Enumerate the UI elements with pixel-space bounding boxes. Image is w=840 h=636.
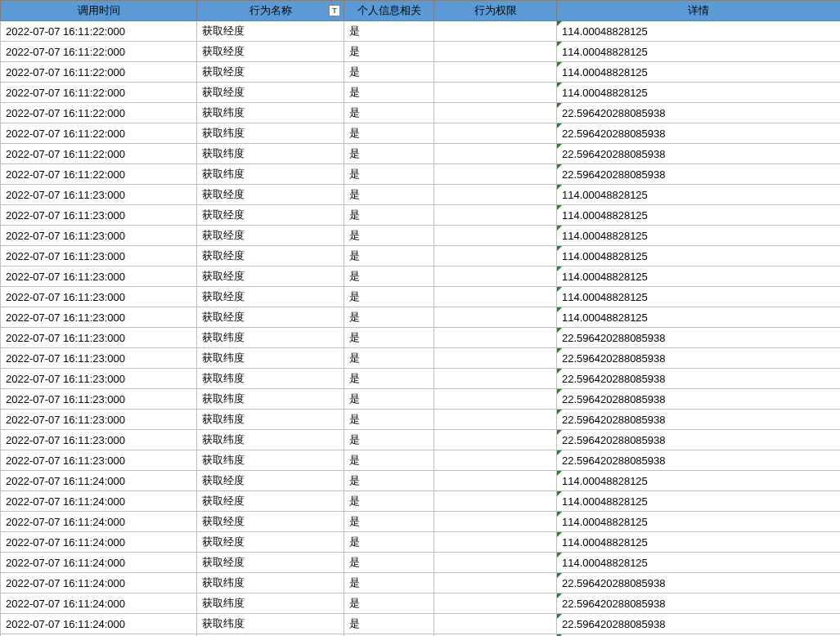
cell-time[interactable]: 2022-07-07 16:11:24:000: [1, 491, 197, 512]
cell-time[interactable]: 2022-07-07 16:11:23:000: [1, 348, 197, 369]
table-row[interactable]: 2022-07-07 16:11:24:000获取经度是114.00048828…: [1, 491, 841, 512]
cell-perm[interactable]: [434, 593, 557, 614]
cell-personal[interactable]: 是: [344, 21, 434, 42]
cell-perm[interactable]: [434, 266, 557, 287]
cell-perm[interactable]: [434, 144, 557, 164]
cell-action[interactable]: 获取经度: [197, 491, 344, 512]
cell-detail[interactable]: 114.00048828125: [557, 471, 841, 491]
cell-action[interactable]: 获取纬度: [197, 450, 344, 471]
table-row[interactable]: 2022-07-07 16:11:23:000获取经度是114.00048828…: [1, 246, 841, 266]
cell-action[interactable]: 获取经度: [197, 532, 344, 553]
cell-personal[interactable]: 是: [344, 62, 434, 83]
cell-personal[interactable]: 是: [344, 553, 434, 573]
cell-time[interactable]: 2022-07-07 16:11:23:000: [1, 430, 197, 450]
cell-perm[interactable]: [434, 450, 557, 471]
cell-action[interactable]: 获取经度: [197, 553, 344, 573]
table-row[interactable]: 2022-07-07 16:11:23:000获取经度是114.00048828…: [1, 287, 841, 307]
cell-action[interactable]: 获取纬度: [197, 389, 344, 410]
cell-personal[interactable]: 是: [344, 491, 434, 512]
cell-perm[interactable]: [434, 83, 557, 103]
cell-perm[interactable]: [434, 532, 557, 553]
cell-time[interactable]: 2022-07-07 16:11:22:000: [1, 123, 197, 144]
column-header[interactable]: 行为权限: [434, 1, 557, 21]
cell-perm[interactable]: [434, 348, 557, 369]
cell-time[interactable]: 2022-07-07 16:11:24:000: [1, 532, 197, 553]
cell-personal[interactable]: 是: [344, 42, 434, 62]
cell-time[interactable]: 2022-07-07 16:11:23:000: [1, 369, 197, 389]
table-row[interactable]: 2022-07-07 16:11:22:000获取纬度是22.596420288…: [1, 164, 841, 185]
cell-time[interactable]: 2022-07-07 16:11:22:000: [1, 62, 197, 83]
cell-time[interactable]: 2022-07-07 16:11:22:000: [1, 21, 197, 42]
cell-time[interactable]: 2022-07-07 16:11:24:000: [1, 553, 197, 573]
cell-detail[interactable]: 22.596420288085938: [557, 573, 841, 593]
table-row[interactable]: 2022-07-07 16:11:23:000获取纬度是22.596420288…: [1, 348, 841, 369]
cell-detail[interactable]: 114.00048828125: [557, 532, 841, 553]
cell-perm[interactable]: [434, 471, 557, 491]
cell-perm[interactable]: [434, 491, 557, 512]
cell-perm[interactable]: [434, 410, 557, 430]
cell-personal[interactable]: 是: [344, 246, 434, 266]
cell-perm[interactable]: [434, 123, 557, 144]
cell-personal[interactable]: 是: [344, 348, 434, 369]
cell-detail[interactable]: 114.00048828125: [557, 205, 841, 226]
column-header[interactable]: 个人信息相关: [344, 1, 434, 21]
cell-detail[interactable]: 114.00048828125: [557, 287, 841, 307]
cell-action[interactable]: 获取经度: [197, 185, 344, 205]
cell-action[interactable]: 获取经度: [197, 83, 344, 103]
cell-personal[interactable]: 是: [344, 410, 434, 430]
cell-perm[interactable]: [434, 287, 557, 307]
table-row[interactable]: 2022-07-07 16:11:24:000获取经度是114.00048828…: [1, 512, 841, 532]
cell-detail[interactable]: 114.00048828125: [557, 491, 841, 512]
cell-time[interactable]: 2022-07-07 16:11:22:000: [1, 83, 197, 103]
cell-time[interactable]: 2022-07-07 16:11:23:000: [1, 328, 197, 348]
cell-time[interactable]: 2022-07-07 16:11:23:000: [1, 185, 197, 205]
cell-time[interactable]: 2022-07-07 16:11:23:000: [1, 266, 197, 287]
cell-action[interactable]: 获取纬度: [197, 573, 344, 593]
cell-detail[interactable]: 22.596420288085938: [557, 593, 841, 614]
table-row[interactable]: 2022-07-07 16:11:23:000获取经度是114.00048828…: [1, 266, 841, 287]
table-row[interactable]: 2022-07-07 16:11:24:000获取经度是114.00048828…: [1, 553, 841, 573]
cell-action[interactable]: 获取纬度: [197, 369, 344, 389]
cell-detail[interactable]: 114.00048828125: [557, 307, 841, 328]
cell-time[interactable]: 2022-07-07 16:11:23:000: [1, 226, 197, 246]
cell-action[interactable]: 获取纬度: [197, 614, 344, 634]
cell-time[interactable]: 2022-07-07 16:11:23:000: [1, 450, 197, 471]
cell-time[interactable]: 2022-07-07 16:11:23:000: [1, 389, 197, 410]
cell-detail[interactable]: 114.00048828125: [557, 83, 841, 103]
cell-perm[interactable]: [434, 614, 557, 634]
cell-personal[interactable]: 是: [344, 164, 434, 185]
cell-detail[interactable]: 114.00048828125: [557, 246, 841, 266]
cell-time[interactable]: 2022-07-07 16:11:24:000: [1, 573, 197, 593]
table-row[interactable]: 2022-07-07 16:11:24:000获取经度是114.00048828…: [1, 532, 841, 553]
cell-personal[interactable]: 是: [344, 532, 434, 553]
table-row[interactable]: 2022-07-07 16:11:24:000获取经度是114.00048828…: [1, 471, 841, 491]
cell-personal[interactable]: 是: [344, 307, 434, 328]
cell-detail[interactable]: 114.00048828125: [557, 226, 841, 246]
cell-personal[interactable]: 是: [344, 144, 434, 164]
cell-action[interactable]: 获取经度: [197, 42, 344, 62]
cell-time[interactable]: 2022-07-07 16:11:23:000: [1, 246, 197, 266]
cell-perm[interactable]: [434, 42, 557, 62]
cell-detail[interactable]: 22.596420288085938: [557, 614, 841, 634]
cell-personal[interactable]: 是: [344, 185, 434, 205]
cell-detail[interactable]: 22.596420288085938: [557, 103, 841, 123]
cell-detail[interactable]: 22.596420288085938: [557, 164, 841, 185]
cell-action[interactable]: 获取经度: [197, 246, 344, 266]
cell-detail[interactable]: 114.00048828125: [557, 512, 841, 532]
cell-detail[interactable]: 114.00048828125: [557, 42, 841, 62]
cell-action[interactable]: 获取经度: [197, 287, 344, 307]
cell-action[interactable]: 获取纬度: [197, 164, 344, 185]
cell-personal[interactable]: 是: [344, 328, 434, 348]
cell-action[interactable]: 获取经度: [197, 512, 344, 532]
cell-time[interactable]: 2022-07-07 16:11:23:000: [1, 307, 197, 328]
table-row[interactable]: 2022-07-07 16:11:23:000获取经度是114.00048828…: [1, 185, 841, 205]
table-row[interactable]: 2022-07-07 16:11:23:000获取经度是114.00048828…: [1, 205, 841, 226]
table-row[interactable]: 2022-07-07 16:11:22:000获取纬度是22.596420288…: [1, 123, 841, 144]
cell-detail[interactable]: 114.00048828125: [557, 185, 841, 205]
cell-time[interactable]: 2022-07-07 16:11:24:000: [1, 593, 197, 614]
cell-action[interactable]: 获取纬度: [197, 144, 344, 164]
table-row[interactable]: 2022-07-07 16:11:24:000获取纬度是22.596420288…: [1, 593, 841, 614]
cell-action[interactable]: 获取纬度: [197, 348, 344, 369]
cell-perm[interactable]: [434, 553, 557, 573]
cell-time[interactable]: 2022-07-07 16:11:24:000: [1, 614, 197, 634]
